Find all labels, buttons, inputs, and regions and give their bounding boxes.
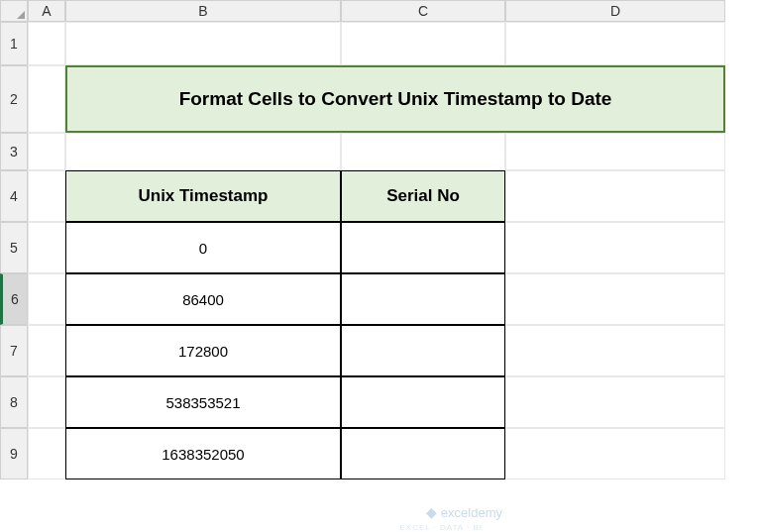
cell-d6[interactable]: [505, 273, 725, 325]
col-header-b[interactable]: B: [65, 0, 341, 22]
cell-a2[interactable]: [28, 65, 65, 133]
cell-d4[interactable]: [505, 170, 725, 222]
table-header-timestamp[interactable]: Unix Timestamp: [65, 170, 341, 222]
cell-c1[interactable]: [341, 22, 505, 65]
row-header-2[interactable]: 2: [0, 65, 28, 133]
title-cell[interactable]: Format Cells to Convert Unix Timestamp t…: [65, 65, 725, 133]
cell-d9[interactable]: [505, 428, 725, 479]
cell-a6[interactable]: [28, 273, 65, 325]
table-header-serial[interactable]: Serial No: [341, 170, 505, 222]
cell-d7[interactable]: [505, 325, 725, 376]
cell-d8[interactable]: [505, 376, 725, 428]
watermark-sub: EXCEL · DATA · BI: [399, 523, 483, 532]
cell-d5[interactable]: [505, 222, 725, 273]
cell-b3[interactable]: [65, 133, 341, 170]
table-cell-c8[interactable]: [341, 376, 505, 428]
table-cell-b7[interactable]: 172800: [65, 325, 341, 376]
watermark: ◆ exceldemy: [426, 504, 502, 520]
row-header-9[interactable]: 9: [0, 428, 28, 479]
cell-a9[interactable]: [28, 428, 65, 479]
cell-a5[interactable]: [28, 222, 65, 273]
cell-c3[interactable]: [341, 133, 505, 170]
row-header-3[interactable]: 3: [0, 133, 28, 170]
row-header-4[interactable]: 4: [0, 170, 28, 222]
table-cell-c9[interactable]: [341, 428, 505, 479]
cell-a1[interactable]: [28, 22, 65, 65]
col-header-c[interactable]: C: [341, 0, 505, 22]
cell-a3[interactable]: [28, 133, 65, 170]
cell-d1[interactable]: [505, 22, 725, 65]
row-header-5[interactable]: 5: [0, 222, 28, 273]
row-header-1[interactable]: 1: [0, 22, 28, 65]
table-cell-c7[interactable]: [341, 325, 505, 376]
select-all-corner[interactable]: [0, 0, 28, 22]
row-header-8[interactable]: 8: [0, 376, 28, 428]
cell-a8[interactable]: [28, 376, 65, 428]
table-cell-c6[interactable]: [341, 273, 505, 325]
watermark-text: exceldemy: [441, 505, 502, 520]
col-header-a[interactable]: A: [28, 0, 65, 22]
row-header-7[interactable]: 7: [0, 325, 28, 376]
cell-a7[interactable]: [28, 325, 65, 376]
table-cell-b9[interactable]: 1638352050: [65, 428, 341, 479]
watermark-icon: ◆: [426, 504, 437, 520]
table-cell-b6[interactable]: 86400: [65, 273, 341, 325]
table-cell-b5[interactable]: 0: [65, 222, 341, 273]
col-header-d[interactable]: D: [505, 0, 725, 22]
spreadsheet-grid: A B C D 1 2 Format Cells to Convert Unix…: [0, 0, 760, 479]
table-cell-c5[interactable]: [341, 222, 505, 273]
cell-d3[interactable]: [505, 133, 725, 170]
row-header-6[interactable]: 6: [0, 273, 28, 325]
cell-a4[interactable]: [28, 170, 65, 222]
table-cell-b8[interactable]: 538353521: [65, 376, 341, 428]
cell-b1[interactable]: [65, 22, 341, 65]
